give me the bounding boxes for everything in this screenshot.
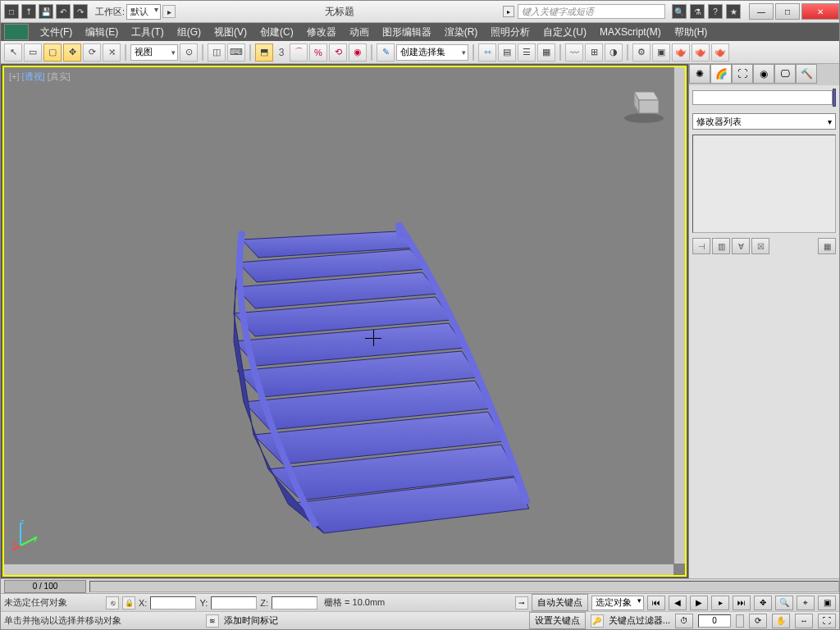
- utilities-tab-icon[interactable]: 🔨: [796, 64, 817, 84]
- ws-prev-icon[interactable]: ▸: [162, 5, 176, 18]
- angle-snap-icon[interactable]: ⌒: [290, 43, 308, 62]
- app-logo-icon[interactable]: [4, 24, 29, 40]
- show-end-icon[interactable]: ▥: [712, 238, 730, 254]
- favorites-icon[interactable]: ★: [726, 4, 741, 19]
- object-color-swatch[interactable]: [833, 89, 836, 107]
- menu-lighting[interactable]: 照明分析: [484, 24, 536, 41]
- menu-maxscript[interactable]: MAXScript(M): [593, 25, 668, 39]
- select-rotate-icon[interactable]: ⟳: [83, 43, 101, 62]
- material-editor-icon[interactable]: ◑: [605, 43, 623, 62]
- select-window-icon[interactable]: ▢: [43, 43, 62, 62]
- select-move-icon[interactable]: ✥: [63, 43, 81, 62]
- mirror-icon[interactable]: ⇿: [478, 43, 496, 62]
- script-listener-icon[interactable]: ≋: [206, 614, 219, 628]
- display-tab-icon[interactable]: 🖵: [774, 64, 796, 84]
- curve-editor-icon[interactable]: 〰: [565, 43, 583, 62]
- nav-maximize-icon[interactable]: ⛶: [818, 614, 836, 628]
- x-input[interactable]: [150, 596, 196, 609]
- select-scale-icon[interactable]: ⤨: [103, 43, 121, 62]
- remove-mod-icon[interactable]: ☒: [751, 238, 769, 254]
- nav-orbit-icon[interactable]: ⟳: [749, 614, 767, 628]
- autokey-button[interactable]: 自动关键点: [532, 594, 588, 611]
- time-track[interactable]: [89, 581, 839, 592]
- align-icon[interactable]: ▤: [498, 43, 516, 62]
- current-frame-input[interactable]: 0: [698, 614, 731, 628]
- nav-fov-icon[interactable]: ⌖: [797, 596, 815, 610]
- goto-end-icon[interactable]: ⏭: [733, 596, 751, 610]
- title-arrow-icon[interactable]: ▸: [503, 6, 514, 17]
- menu-group[interactable]: 组(G): [171, 24, 208, 41]
- keyboard-shortcut-icon[interactable]: ⌨: [227, 43, 245, 62]
- render-prod-icon[interactable]: 🫖: [672, 43, 690, 62]
- time-tag-label[interactable]: 添加时间标记: [224, 614, 278, 627]
- nav-pan-icon[interactable]: ✥: [754, 596, 772, 610]
- menu-edit[interactable]: 编辑(E): [79, 24, 125, 41]
- motion-tab-icon[interactable]: ◉: [753, 64, 774, 84]
- redo-icon[interactable]: ↷: [73, 4, 88, 19]
- object-name-input[interactable]: [692, 90, 833, 105]
- edged-faces-icon[interactable]: ◉: [349, 43, 367, 62]
- named-selection-dropdown[interactable]: 创建选择集: [396, 44, 468, 61]
- help-icon[interactable]: ?: [708, 4, 723, 19]
- nav-zoom-icon[interactable]: 🔍: [775, 596, 793, 610]
- percent-snap-icon[interactable]: %: [309, 43, 327, 62]
- graphite-icon[interactable]: ▦: [537, 43, 555, 62]
- select-manip-icon[interactable]: ◫: [208, 43, 226, 62]
- community-icon[interactable]: ⚗: [690, 4, 705, 19]
- y-input[interactable]: [211, 596, 257, 609]
- modifier-stack[interactable]: [692, 135, 836, 233]
- pin-stack-icon[interactable]: ⊣: [692, 238, 710, 254]
- modify-tab-icon[interactable]: 🌈: [710, 64, 732, 84]
- render-setup-icon[interactable]: ⚙: [632, 43, 651, 62]
- render-frame-icon[interactable]: ▣: [652, 43, 670, 62]
- z-input[interactable]: [272, 596, 317, 609]
- ref-coord-dropdown[interactable]: 视图: [130, 44, 178, 61]
- menu-views[interactable]: 视图(V): [208, 24, 253, 41]
- menu-customize[interactable]: 自定义(U): [536, 24, 593, 41]
- undo-icon[interactable]: ↶: [56, 4, 71, 19]
- render-iter-icon[interactable]: 🫖: [692, 43, 710, 62]
- create-tab-icon[interactable]: ✺: [689, 64, 710, 84]
- menu-animation[interactable]: 动画: [343, 24, 376, 41]
- viewcube-icon[interactable]: [619, 77, 669, 126]
- viewport-hscroll[interactable]: [4, 564, 673, 575]
- render-active-icon[interactable]: 🫖: [711, 43, 729, 62]
- nav-walk-icon[interactable]: ✋: [772, 614, 790, 628]
- next-frame-icon[interactable]: ▸: [711, 596, 729, 610]
- prev-frame-icon[interactable]: ◀: [669, 596, 687, 610]
- menu-modifiers[interactable]: 修改器: [300, 24, 343, 41]
- new-icon[interactable]: □: [4, 4, 19, 19]
- open-icon[interactable]: ⤒: [21, 4, 36, 19]
- menu-grapheditors[interactable]: 图形编辑器: [376, 24, 438, 41]
- search-icon[interactable]: 🔍: [672, 4, 687, 19]
- save-icon[interactable]: 💾: [39, 4, 53, 19]
- key-filters-button[interactable]: 关键点过滤器...: [609, 614, 670, 627]
- workspace-dropdown[interactable]: 默认: [126, 4, 161, 20]
- minimize-button[interactable]: —: [749, 3, 774, 20]
- setkey-button[interactable]: 设置关键点: [529, 612, 586, 629]
- spinner-snap-icon[interactable]: ⟲: [329, 43, 347, 62]
- selection-lock-icon[interactable]: ⎋: [106, 596, 119, 609]
- layers-icon[interactable]: ☰: [518, 43, 536, 62]
- menu-help[interactable]: 帮助(H): [668, 24, 714, 41]
- modifier-list-dropdown[interactable]: 修改器列表: [692, 113, 836, 130]
- make-unique-icon[interactable]: ∀: [732, 238, 750, 254]
- time-slider[interactable]: 0 / 100: [4, 580, 86, 593]
- use-center-icon[interactable]: ⊙: [180, 43, 198, 62]
- perspective-viewport[interactable]: [+] [透视] [真实]: [2, 66, 687, 577]
- close-button[interactable]: ✕: [801, 3, 839, 20]
- select-object-icon[interactable]: ↖: [4, 43, 22, 62]
- snap-toggle-icon[interactable]: ⬒: [255, 43, 273, 62]
- viewport-vscroll[interactable]: [673, 67, 685, 564]
- select-rect-icon[interactable]: ▭: [24, 43, 42, 62]
- menu-create[interactable]: 创建(C): [253, 24, 300, 41]
- menu-rendering[interactable]: 渲染(R): [438, 24, 485, 41]
- key-filter-icon[interactable]: 🔑: [591, 614, 604, 628]
- menu-file[interactable]: 文件(F): [34, 24, 79, 41]
- parameters-rollout[interactable]: [692, 259, 836, 577]
- lock-icon[interactable]: 🔒: [122, 596, 135, 609]
- nav-extents-icon[interactable]: ▣: [818, 596, 836, 610]
- play-icon[interactable]: ▶: [690, 596, 708, 610]
- frame-spinner[interactable]: [736, 614, 744, 628]
- menu-tools[interactable]: 工具(T): [125, 24, 170, 41]
